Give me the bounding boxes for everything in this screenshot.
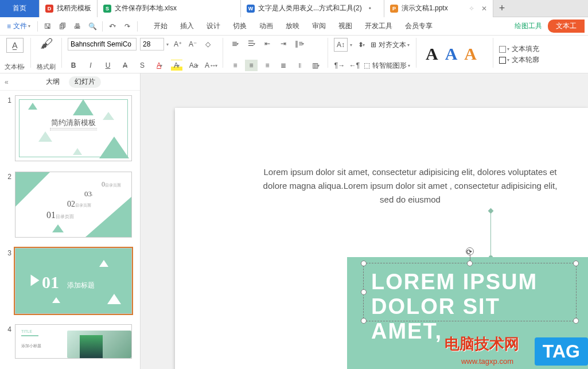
group-paragraph: ≣▾ ☰▾ ⇤ ⇥ ‖≡▾ ≡ ≡ ≡ ≣ ⫴ ▥▾ [229, 38, 322, 71]
slide[interactable]: Lorem ipsum dolor sit amet, consectetur … [175, 108, 588, 369]
align-center-icon[interactable]: ≡ [245, 60, 258, 71]
tab-xlsx-label: 文件保存到本地.xlsx [115, 3, 177, 13]
font-family-select[interactable] [68, 38, 137, 51]
case-icon[interactable]: Aa▾ [188, 60, 200, 71]
separator [37, 21, 38, 32]
italic-icon[interactable]: I [85, 60, 96, 71]
slide-canvas[interactable]: Lorem ipsum dolor sit amet, consectetur … [141, 73, 588, 369]
watermark-url: www.tagxp.com [461, 357, 513, 366]
tab-devtools[interactable]: 开发工具 [363, 19, 395, 33]
bold-icon[interactable]: B [68, 60, 79, 71]
resize-handle[interactable] [467, 261, 473, 266]
clear-format-icon[interactable]: ◇ [202, 38, 213, 50]
tab-doc[interactable]: W 文字是人类用表义...方式和工具(2) • [241, 0, 384, 17]
undo-icon[interactable]: ↶▾ [106, 20, 119, 33]
tab-text-tools[interactable]: 文本工 [548, 20, 585, 33]
resize-handle[interactable] [361, 289, 367, 295]
format-painter-icon[interactable]: 🖌 [41, 38, 52, 49]
textbox-label[interactable]: 文本框 [5, 63, 24, 70]
underline-icon[interactable]: U [102, 60, 114, 71]
new-tab-button[interactable]: + [493, 2, 511, 14]
rtl-icon[interactable]: ¶→ [334, 60, 345, 71]
preview-icon[interactable]: 🔍 [86, 20, 99, 33]
resize-handle[interactable] [573, 318, 579, 324]
text-fill-button[interactable]: ▾ 文本填充 [499, 44, 539, 54]
tab-transition[interactable]: 切换 [231, 19, 249, 33]
tab-insert[interactable]: 插入 [178, 19, 196, 33]
sidetab-slides[interactable]: 幻灯片 [69, 76, 101, 88]
tab-xlsx[interactable]: S 文件保存到本地.xlsx [98, 0, 241, 17]
connector-line[interactable] [490, 211, 491, 257]
selection-box[interactable]: ⟳ [363, 263, 577, 321]
tab-view[interactable]: 视图 [336, 19, 355, 33]
wordart-style-1[interactable]: A [422, 44, 442, 64]
text-outline-button[interactable]: ▾ 文本轮廓 [499, 55, 539, 65]
resize-handle[interactable] [361, 261, 367, 266]
numbering-icon[interactable]: ☰▾ [245, 38, 258, 49]
align-right-icon[interactable]: ≡ [261, 60, 274, 71]
distribute-icon[interactable]: ⫴ [293, 60, 306, 71]
redo-icon[interactable]: ↷ [121, 20, 134, 33]
increase-font-icon[interactable]: A⁺ [172, 38, 184, 50]
font-color-icon[interactable]: A▾ [154, 60, 165, 71]
tab-animation[interactable]: 动画 [257, 19, 275, 33]
thumbnails-list[interactable]: 1 简约清新模板 2 01目 [0, 91, 140, 369]
sidetab-outline[interactable]: 大纲 [40, 76, 65, 88]
textbox-icon[interactable]: A̲ [6, 38, 24, 53]
pin-icon[interactable]: ✧ [469, 5, 474, 13]
tab-design[interactable]: 设计 [204, 19, 223, 33]
wordart-style-2[interactable]: A [442, 44, 461, 64]
slide-body-text[interactable]: Lorem ipsum dolor sit amet, consectetur … [255, 165, 565, 207]
slide-thumbnail-1[interactable]: 简约清新模板 [15, 95, 132, 161]
resize-handle[interactable] [573, 261, 579, 266]
chevron-down-icon: ▾ [28, 24, 30, 29]
save-as-icon[interactable]: 🗐 [56, 20, 69, 33]
slide-thumbnail-2[interactable]: 01目录页面 02目录页面 03▫ 0目录页面 [15, 172, 132, 238]
text-direction-icon[interactable]: A↕ [334, 38, 348, 52]
tab-templates[interactable]: D 找稻壳模板 [40, 0, 98, 17]
collapse-panel-icon[interactable]: « [5, 78, 9, 86]
app-menu-button[interactable]: ≡ 文件 ▾ [3, 21, 34, 31]
tab-slideshow[interactable]: 放映 [283, 19, 302, 33]
save-icon[interactable]: 🖫 [41, 20, 54, 33]
font-size-select[interactable] [140, 38, 164, 51]
tab-drawing-tools[interactable]: 绘图工具 [515, 21, 542, 31]
align-text-label: 对齐文本 [379, 40, 406, 50]
spacing-icon[interactable]: A↔▾ [205, 60, 217, 71]
highlight-icon[interactable]: A▾ [171, 60, 182, 71]
resize-handle[interactable] [361, 318, 367, 324]
close-icon[interactable]: • [369, 5, 371, 13]
slide-thumbnail-4[interactable]: TITLE 添加小标题 [15, 324, 132, 359]
line-spacing-icon[interactable]: ‖≡▾ [293, 38, 306, 49]
close-tab-icon[interactable]: ✕ [481, 5, 487, 13]
ltr-icon[interactable]: ←¶ [349, 60, 360, 71]
slide-panel: « 大纲 幻灯片 1 简约清新模板 [0, 73, 141, 369]
bullets-icon[interactable]: ≣▾ [229, 38, 242, 49]
format-painter-label[interactable]: 格式刷 [37, 63, 56, 71]
shadow-icon[interactable]: S [137, 60, 148, 71]
justify-icon[interactable]: ≣ [277, 60, 290, 71]
align-left-icon[interactable]: ≡ [229, 60, 242, 71]
tab-home[interactable]: 首页 [0, 0, 40, 17]
tab-vip[interactable]: 会员专享 [403, 19, 435, 33]
slide-thumbnail-3[interactable]: 01 添加标题 [15, 248, 132, 314]
indent-inc-icon[interactable]: ⇥ [277, 38, 290, 49]
convert-smartart-button[interactable]: ⬚ 转智能图形▾ [364, 61, 410, 71]
strike-icon[interactable]: A̶ [119, 60, 131, 71]
chevron-down-icon[interactable]: ▾ [350, 42, 352, 48]
decrease-font-icon[interactable]: A⁻ [187, 38, 198, 50]
print-icon[interactable]: 🖶 [71, 20, 84, 33]
group-textbox: A̲ 文本框▾ [5, 38, 25, 71]
indent-dec-icon[interactable]: ⇤ [261, 38, 274, 49]
vertical-align-icon[interactable]: ⬍▾ [356, 39, 367, 51]
columns-icon[interactable]: ▥▾ [309, 60, 322, 71]
chevron-down-icon[interactable]: ▾ [166, 42, 169, 47]
wordart-style-3[interactable]: A [461, 44, 480, 64]
tab-pptx[interactable]: P 演示文稿1.pptx ✧ ✕ [384, 0, 493, 17]
xls-icon: S [103, 5, 111, 13]
slide-number: 2 [3, 172, 11, 181]
tab-templates-label: 找稻壳模板 [57, 3, 91, 13]
tab-start[interactable]: 开始 [151, 19, 170, 33]
align-text-button[interactable]: ⊞ 对齐文本▾ [371, 40, 410, 50]
tab-review[interactable]: 审阅 [310, 19, 328, 33]
